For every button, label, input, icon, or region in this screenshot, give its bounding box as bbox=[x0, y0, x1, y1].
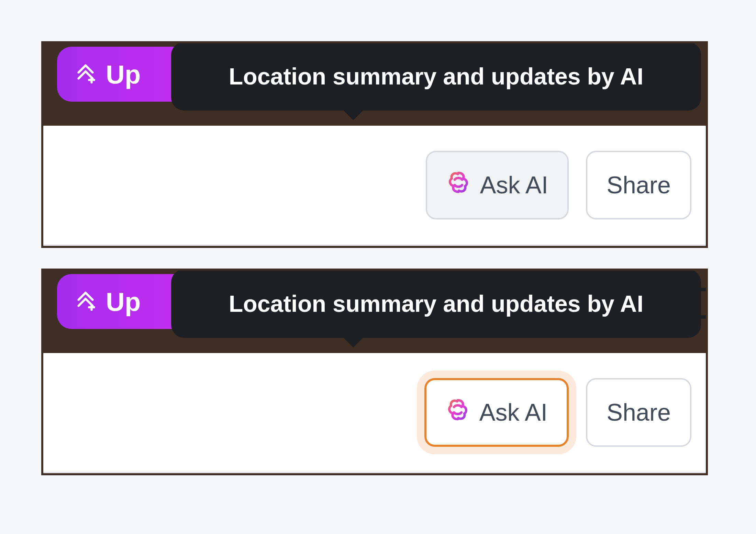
component-state-hover: Up Location summary and updates by AI bbox=[41, 41, 708, 248]
ai-knot-icon bbox=[446, 398, 470, 427]
ask-ai-button[interactable]: Ask AI bbox=[426, 151, 569, 219]
upgrade-label: Up bbox=[106, 59, 141, 89]
component-state-focus: Up Location summary and updates by AI bbox=[41, 269, 708, 475]
tooltip-arrow-icon bbox=[343, 337, 364, 348]
chrome-bar: Up Location summary and updates by AI bbox=[43, 271, 706, 353]
upgrade-icon bbox=[74, 59, 98, 89]
share-label: Share bbox=[607, 171, 671, 199]
ask-ai-label: Ask AI bbox=[479, 399, 547, 426]
share-label: Share bbox=[607, 399, 671, 426]
action-row: Ask AI Share bbox=[43, 126, 706, 246]
ask-ai-label: Ask AI bbox=[480, 171, 548, 199]
upgrade-label: Up bbox=[106, 287, 141, 317]
share-button[interactable]: Share bbox=[586, 378, 691, 447]
tooltip-text: Location summary and updates by AI bbox=[229, 290, 644, 317]
tooltip-arrow-icon bbox=[343, 110, 364, 120]
ai-knot-icon bbox=[446, 170, 470, 200]
menu-icon[interactable] bbox=[699, 288, 706, 319]
share-button[interactable]: Share bbox=[586, 151, 691, 219]
ask-ai-button[interactable]: Ask AI bbox=[424, 378, 569, 447]
ask-ai-tooltip: Location summary and updates by AI bbox=[171, 43, 701, 111]
ask-ai-tooltip: Location summary and updates by AI bbox=[171, 271, 701, 338]
action-row: Ask AI Share bbox=[43, 353, 706, 473]
upgrade-icon bbox=[74, 287, 98, 317]
tooltip-text: Location summary and updates by AI bbox=[229, 63, 644, 90]
chrome-bar: Up Location summary and updates by AI bbox=[43, 43, 706, 126]
